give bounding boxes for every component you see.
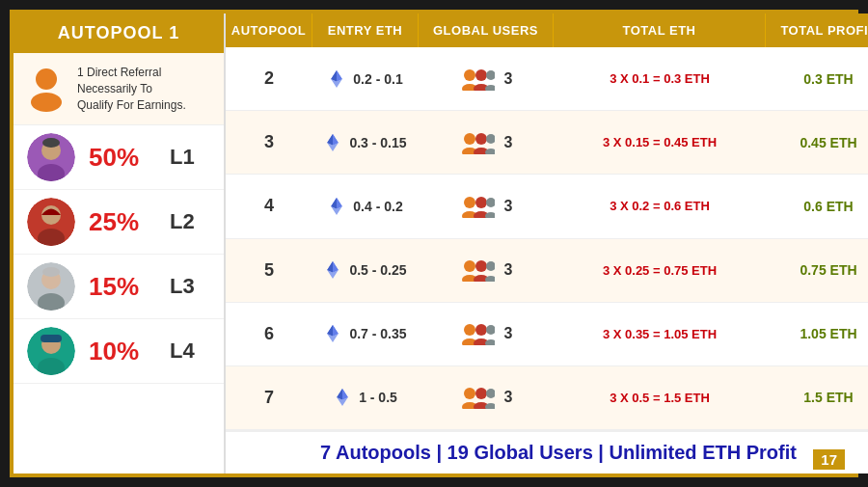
level-label: L3 xyxy=(170,274,195,299)
svg-point-73 xyxy=(475,388,487,399)
svg-point-61 xyxy=(464,324,475,336)
td-pool: 4 xyxy=(226,175,312,237)
td-profit: 0.3 ETH xyxy=(766,47,868,110)
td-entry: 1 - 0.5 xyxy=(312,366,419,429)
svg-point-53 xyxy=(475,260,487,272)
td-total-eth: 3 X 0.1 = 0.3 ETH xyxy=(554,47,766,110)
td-entry: 0.4 - 0.2 xyxy=(312,175,419,237)
summary-row: 7 Autopools | 19 Global Users | Unlimite… xyxy=(226,430,868,473)
td-profit: 1.5 ETH xyxy=(766,366,868,429)
td-global: 3 xyxy=(419,366,554,429)
td-global: 3 xyxy=(419,47,554,110)
td-total-eth: 3 X 0.25 = 0.75 ETH xyxy=(554,239,766,302)
td-profit: 0.6 ETH xyxy=(766,175,868,237)
users-icon xyxy=(460,68,495,91)
td-total-eth: 3 X 0.5 = 1.5 ETH xyxy=(554,366,766,429)
table-row: 4 0.4 - 0.2 3 3 X 0.2 = 0.6 ETH 0.6 ETH xyxy=(226,175,868,238)
td-profit: 0.45 ETH xyxy=(766,111,868,174)
table-body: 2 0.2 - 0.1 3 3 X 0.1 = 0.3 ETH 0.3 ETH … xyxy=(226,47,868,430)
td-pool: 6 xyxy=(226,303,312,365)
td-pool: 5 xyxy=(226,239,312,302)
svg-point-25 xyxy=(486,70,495,80)
table-header: AUTOPOOLENTRY ETHGLOBAL USERSTOTAL ETHTO… xyxy=(226,14,868,47)
level-rows: 50% L1 25% L2 15% L3 10% L4 xyxy=(14,125,224,384)
svg-point-0 xyxy=(36,68,57,90)
person-icon-orange xyxy=(23,66,69,112)
td-pool: 7 xyxy=(226,366,312,429)
svg-point-45 xyxy=(486,198,495,207)
level-percent: 25% xyxy=(89,207,156,237)
table-header-cell: TOTAL PROFIT xyxy=(766,14,868,47)
table-header-cell: AUTOPOOL xyxy=(226,14,312,47)
table-row: 3 0.3 - 0.15 3 3 X 0.15 = 0.45 ETH 0.45 … xyxy=(226,111,868,175)
left-panel-header: AUTOPOOL 1 xyxy=(14,14,224,53)
level-percent: 10% xyxy=(89,337,156,366)
td-total-eth: 3 X 0.15 = 0.45 ETH xyxy=(554,111,766,174)
svg-point-55 xyxy=(486,261,495,271)
level-avatar xyxy=(27,262,75,311)
main-container: AUTOPOOL 1 1 Direct Referral Necessarily… xyxy=(10,10,858,477)
eth-icon xyxy=(328,198,345,215)
td-global: 3 xyxy=(419,111,554,174)
svg-rect-16 xyxy=(41,335,62,342)
users-icon xyxy=(460,258,495,282)
td-global: 3 xyxy=(419,303,554,365)
td-total-eth: 3 X 0.35 = 1.05 ETH xyxy=(554,303,766,365)
table-row: 7 1 - 0.5 3 3 X 0.5 = 1.5 ETH 1.5 ETH xyxy=(226,366,868,430)
svg-point-33 xyxy=(475,133,487,145)
table-header-cell: ENTRY ETH xyxy=(312,14,419,47)
svg-point-21 xyxy=(464,69,475,81)
svg-point-65 xyxy=(486,325,495,335)
svg-point-41 xyxy=(464,197,475,208)
level-label: L4 xyxy=(170,338,195,364)
td-global: 3 xyxy=(419,239,554,302)
table-row: 6 0.7 - 0.35 3 3 X 0.35 = 1.05 ETH 1.05 … xyxy=(226,303,868,366)
td-entry: 0.7 - 0.35 xyxy=(312,303,419,365)
table-row: 2 0.2 - 0.1 3 3 X 0.1 = 0.3 ETH 0.3 ETH xyxy=(226,47,868,111)
level-percent: 15% xyxy=(89,272,156,302)
svg-point-12 xyxy=(42,267,60,277)
td-pool: 3 xyxy=(226,111,312,174)
level-avatar xyxy=(27,133,75,181)
level-row: 50% L1 xyxy=(14,125,224,190)
level-label: L2 xyxy=(170,209,195,234)
svg-point-71 xyxy=(464,388,475,399)
eth-icon xyxy=(328,70,345,88)
svg-point-5 xyxy=(42,138,60,148)
td-total-eth: 3 X 0.2 = 0.6 ETH xyxy=(554,175,766,237)
users-icon xyxy=(460,131,495,154)
svg-point-23 xyxy=(475,69,487,81)
svg-point-63 xyxy=(475,324,487,336)
users-icon xyxy=(460,195,495,218)
svg-point-1 xyxy=(31,93,62,112)
td-profit: 1.05 ETH xyxy=(766,303,868,365)
td-entry: 0.3 - 0.15 xyxy=(312,111,419,174)
page-number: 17 xyxy=(813,449,845,470)
level-avatar xyxy=(27,198,75,246)
right-panel: AUTOPOOLENTRY ETHGLOBAL USERSTOTAL ETHTO… xyxy=(226,14,868,473)
td-entry: 0.5 - 0.25 xyxy=(312,239,419,302)
left-panel: AUTOPOOL 1 1 Direct Referral Necessarily… xyxy=(14,14,226,473)
level-avatar xyxy=(27,327,75,375)
td-profit: 0.75 ETH xyxy=(766,239,868,302)
table-header-cell: GLOBAL USERS xyxy=(419,14,554,47)
level-percent: 50% xyxy=(89,143,156,173)
eth-icon xyxy=(324,261,341,279)
td-entry: 0.2 - 0.1 xyxy=(312,47,419,110)
td-global: 3 xyxy=(419,175,554,237)
svg-point-43 xyxy=(475,197,487,208)
td-pool: 2 xyxy=(226,47,312,110)
level-row: 10% L4 xyxy=(14,319,224,384)
table-header-cell: TOTAL ETH xyxy=(554,14,766,47)
level-row: 25% L2 xyxy=(14,190,224,255)
eth-icon xyxy=(334,389,351,406)
eth-icon xyxy=(324,325,341,342)
direct-referral-row: 1 Direct Referral Necessarily To Qualify… xyxy=(14,53,224,125)
users-icon xyxy=(460,386,495,409)
level-label: L1 xyxy=(170,145,195,170)
svg-point-75 xyxy=(486,389,495,398)
direct-referral-text: 1 Direct Referral Necessarily To Qualify… xyxy=(77,65,186,113)
level-row: 15% L3 xyxy=(14,255,224,319)
users-icon xyxy=(460,322,495,345)
table-row: 5 0.5 - 0.25 3 3 X 0.25 = 0.75 ETH 0.75 … xyxy=(226,239,868,303)
